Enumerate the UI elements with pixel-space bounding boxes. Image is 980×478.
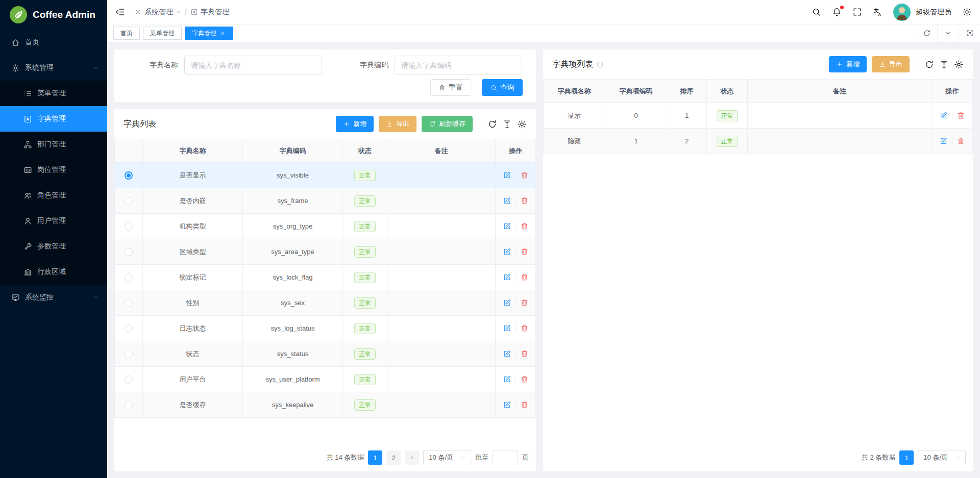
dict-row[interactable]: 是否显示 sys_visible 正常 [115,163,536,188]
notifications-button[interactable] [832,7,842,17]
page-button-2[interactable]: 2 [386,450,401,465]
delete-icon[interactable] [520,247,529,256]
breadcrumb: 系统管理 / 字典管理 [134,8,229,17]
sidebar-item-param-management[interactable]: 参数管理 [0,234,107,259]
delete-icon[interactable] [520,349,529,358]
page-button-1[interactable]: 1 [899,450,914,465]
dict-row[interactable]: 是否内嵌 sys_frame 正常 [115,188,536,214]
dict-row[interactable]: 用户平台 sys_user_platform 正常 [115,367,536,392]
export-dict-button[interactable]: 导出 [379,116,416,132]
radio[interactable] [125,375,133,384]
dict-name-input[interactable] [184,56,322,74]
reload-table-icon[interactable] [487,119,497,129]
search-icon[interactable] [812,7,821,17]
translate-icon[interactable] [873,7,883,17]
dict-row[interactable]: 机构类型 sys_org_type 正常 [115,214,536,239]
edit-icon[interactable] [939,111,948,120]
row-height-icon[interactable] [502,119,512,129]
delete-icon[interactable] [520,298,529,307]
delete-icon[interactable] [957,137,965,145]
edit-icon[interactable] [503,196,511,205]
next-page-button[interactable] [405,450,419,465]
dict-row[interactable]: 日志状态 sys_log_status 正常 [115,316,536,341]
edit-icon[interactable] [503,349,511,358]
add-dict-button[interactable]: 新增 [336,116,374,132]
edit-icon[interactable] [939,137,948,145]
dict-row[interactable]: 状态 sys_status 正常 [115,341,536,367]
query-button[interactable]: 查询 [482,79,523,96]
sidebar-item-home[interactable]: 首页 [0,30,107,55]
reload-table-icon[interactable] [924,60,934,69]
tab-menu-management[interactable]: 菜单管理 [143,27,182,40]
radio[interactable] [125,273,133,282]
breadcrumb-item-dict[interactable]: 字典管理 [190,8,229,17]
close-icon[interactable] [220,31,226,36]
sidebar-item-menu-management[interactable]: 菜单管理 [0,81,107,106]
page-size-select[interactable]: 10 条/页 [918,450,966,465]
edit-icon[interactable] [503,247,511,256]
sidebar-item-dept-management[interactable]: 部门管理 [0,132,107,157]
radio[interactable] [125,222,133,231]
delete-icon[interactable] [520,171,529,180]
radio[interactable] [125,324,133,333]
edit-icon[interactable] [503,400,511,409]
radio[interactable] [125,299,133,307]
dict-item-row[interactable]: 显示 0 1 正常 [544,103,973,129]
radio[interactable] [125,350,133,358]
dict-item-row[interactable]: 隐藏 1 2 正常 [544,129,973,154]
menu-fold-icon[interactable] [115,7,125,17]
sidebar-item-post-management[interactable]: 岗位管理 [0,157,107,183]
dict-row[interactable]: 性别 sys_sex 正常 [115,290,536,316]
sidebar-menu: 首页 系统管理 菜单管理 字典管理 部门管理 岗位管理 [0,30,107,310]
settings-gear-icon[interactable] [962,7,972,17]
app-logo[interactable]: Coffee Admin [0,0,107,30]
column-settings-gear-icon[interactable] [517,119,527,129]
delete-icon[interactable] [520,324,529,333]
delete-icon[interactable] [520,222,529,231]
page-button-1[interactable]: 1 [368,450,382,465]
sidebar-item-system-management[interactable]: 系统管理 [0,55,107,81]
export-dict-item-button[interactable]: 导出 [872,56,910,72]
breadcrumb-item-system[interactable]: 系统管理 [134,8,181,17]
edit-icon[interactable] [503,298,511,307]
username[interactable]: 超级管理员 [916,8,951,17]
delete-icon[interactable] [520,273,529,282]
delete-icon[interactable] [520,375,529,384]
edit-icon[interactable] [503,273,511,282]
refresh-cache-button[interactable]: 刷新缓存 [422,116,473,132]
add-dict-item-button[interactable]: 新增 [829,56,867,72]
edit-icon[interactable] [503,171,511,180]
page-size-select[interactable]: 10 条/页 [423,450,471,465]
sidebar-item-role-management[interactable]: 角色管理 [0,183,107,208]
delete-icon[interactable] [520,196,529,205]
tab-home[interactable]: 首页 [113,27,140,40]
sidebar-item-admin-region[interactable]: 行政区域 [0,259,107,285]
radio[interactable] [125,248,133,256]
tab-actions-dropdown[interactable] [937,24,959,42]
column-settings-gear-icon[interactable] [954,60,964,69]
avatar[interactable] [893,4,911,21]
edit-icon[interactable] [503,222,511,231]
dict-code-input[interactable] [395,56,522,74]
dict-row[interactable]: 锁定标记 sys_lock_flag 正常 [115,265,536,290]
dict-row[interactable]: 区域类型 sys_area_type 正常 [115,239,536,265]
reset-button[interactable]: 重置 [430,79,471,96]
fullscreen-icon[interactable] [852,7,862,17]
delete-icon[interactable] [520,400,529,409]
sidebar-item-system-monitor[interactable]: 系统监控 [0,285,107,310]
dict-row[interactable]: 是否缓存 sys_keepalive 正常 [115,392,536,418]
radio[interactable] [125,197,133,205]
sidebar-item-dict-management[interactable]: 字典管理 [0,106,107,132]
delete-icon[interactable] [957,111,965,120]
tab-dict-management[interactable]: 字典管理 [185,27,233,40]
jump-page-input[interactable] [493,450,518,465]
radio[interactable] [125,401,133,409]
content-fullscreen-button[interactable] [959,24,980,42]
refresh-page-button[interactable] [916,24,937,42]
edit-icon[interactable] [503,375,511,384]
edit-icon[interactable] [503,324,511,333]
radio-selected[interactable] [125,171,133,180]
info-icon[interactable] [596,61,604,68]
row-height-icon[interactable] [939,60,949,69]
sidebar-item-user-management[interactable]: 用户管理 [0,208,107,234]
